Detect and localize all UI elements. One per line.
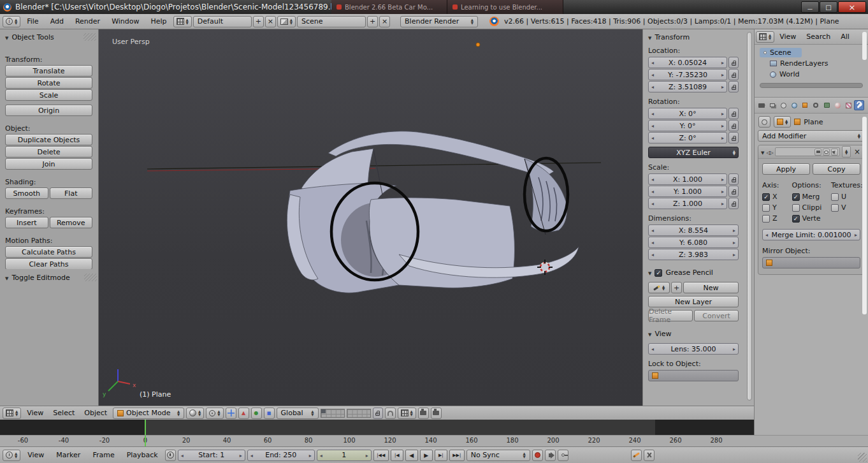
render-visibility-icon[interactable] — [814, 149, 821, 156]
apply-button[interactable]: Apply — [762, 163, 810, 175]
lock-icon[interactable] — [373, 408, 383, 419]
panel-grip[interactable] — [84, 274, 97, 281]
timeline-menu-playback[interactable]: Playback — [122, 451, 163, 459]
tab-object-data-icon[interactable] — [821, 100, 832, 110]
sync-mode-select[interactable]: No Sync — [467, 450, 530, 461]
grease-pencil-checkbox[interactable] — [655, 269, 662, 277]
vertex-groups-checkbox[interactable] — [792, 215, 800, 223]
end-frame-field[interactable]: End: 250 — [247, 450, 315, 461]
smooth-button[interactable]: Smooth — [5, 187, 48, 199]
outliner-menu-view[interactable]: View — [774, 33, 801, 41]
rotation-y-field[interactable]: Y: 0° — [648, 120, 727, 131]
lock-icon[interactable] — [728, 120, 739, 131]
layer-grid[interactable] — [321, 409, 345, 418]
timeline-track[interactable] — [0, 420, 754, 435]
editor-type-button[interactable] — [3, 408, 21, 419]
rotation-x-field[interactable]: X: 0° — [648, 108, 727, 119]
editor-type-button[interactable] — [3, 450, 20, 461]
outliner-item-world[interactable]: World — [755, 69, 868, 80]
rotation-mode-select[interactable]: XYZ Euler — [648, 147, 739, 158]
layer-grid[interactable] — [347, 409, 371, 418]
play-button[interactable] — [420, 450, 433, 461]
rotate-manipulator-button[interactable] — [251, 408, 262, 419]
render-opengl-button[interactable] — [418, 408, 429, 419]
duplicate-objects-button[interactable]: Duplicate Objects — [5, 134, 92, 145]
scene-field[interactable]: Scene — [297, 16, 366, 27]
add-scene-button[interactable] — [367, 16, 378, 27]
dimensions-y-field[interactable]: Y: 6.080 — [648, 237, 739, 248]
region-resize-grip[interactable] — [858, 453, 867, 462]
viewport-menu-object[interactable]: Object — [80, 409, 111, 417]
browser-tab[interactable]: Learning to use Blender... — [447, 0, 563, 14]
axis-y-checkbox[interactable] — [762, 204, 770, 212]
next-keyframe-button[interactable] — [435, 450, 447, 461]
modifier-header[interactable] — [758, 145, 864, 159]
grease-pencil-add-button[interactable] — [671, 282, 682, 293]
auto-keyframe-button[interactable] — [532, 450, 543, 461]
previous-keyframe-button[interactable] — [391, 450, 403, 461]
screen-layout-field[interactable]: Default — [193, 16, 252, 27]
scrollbar[interactable] — [747, 32, 752, 401]
scrollbar[interactable] — [862, 32, 867, 60]
timeline-menu-marker[interactable]: Marker — [51, 451, 85, 459]
minimize-button[interactable] — [801, 1, 819, 13]
tab-constraints-icon[interactable] — [811, 100, 821, 110]
tab-modifiers-icon[interactable] — [854, 100, 864, 110]
copy-button[interactable]: Copy — [813, 163, 860, 175]
start-frame-field[interactable]: Start: 1 — [178, 450, 245, 461]
lock-icon[interactable] — [728, 108, 739, 119]
scale-manipulator-button[interactable] — [264, 408, 275, 419]
scale-button[interactable]: Scale — [5, 89, 92, 101]
outliner-item-scene[interactable]: Scene — [755, 47, 868, 58]
origin-button[interactable]: Origin — [5, 105, 92, 116]
viewport-shading-select[interactable] — [186, 408, 204, 419]
add-screen-button[interactable] — [253, 16, 264, 27]
screen-layout-browse-button[interactable] — [173, 16, 192, 27]
lock-icon[interactable] — [728, 132, 739, 143]
pivot-point-select[interactable] — [206, 408, 223, 419]
current-frame-cursor[interactable] — [145, 420, 146, 435]
maximize-button[interactable] — [820, 1, 837, 13]
toggle-editmode-panel-header[interactable]: Toggle Editmode — [0, 269, 99, 286]
dimensions-x-field[interactable]: X: 8.554 — [648, 224, 739, 236]
grease-pencil-new-button[interactable]: New — [683, 282, 739, 293]
menu-help[interactable]: Help — [146, 17, 172, 26]
viewport-menu-select[interactable]: Select — [49, 409, 78, 417]
lock-icon[interactable] — [728, 186, 739, 197]
timeline-menu-view[interactable]: View — [22, 451, 49, 459]
merge-limit-field[interactable]: Merge Limit: 0.001000 — [762, 229, 860, 240]
texture-v-checkbox[interactable] — [831, 204, 839, 212]
outliner-item-renderlayers[interactable]: RenderLayers — [755, 58, 868, 69]
keying-set-button[interactable] — [558, 450, 568, 461]
lock-icon[interactable] — [728, 69, 739, 80]
clipping-checkbox[interactable] — [792, 204, 800, 212]
timeline-menu-frame[interactable]: Frame — [87, 451, 119, 459]
menu-add[interactable]: Add — [45, 17, 69, 26]
tab-material-icon[interactable] — [832, 100, 843, 110]
menu-window[interactable]: Window — [106, 17, 144, 26]
horizontal-scrollbar[interactable] — [760, 83, 863, 88]
clear-paths-button[interactable]: Clear Paths — [5, 258, 92, 270]
rotation-z-field[interactable]: Z: 0° — [648, 132, 727, 143]
lock-icon[interactable] — [728, 57, 739, 68]
delete-modifier-icon[interactable] — [853, 147, 862, 156]
lock-to-object-field[interactable] — [648, 370, 739, 381]
orientation-select[interactable]: Global — [277, 408, 319, 419]
texture-u-checkbox[interactable] — [831, 193, 839, 201]
lens-field[interactable]: Lens: 35.000 — [648, 343, 739, 355]
flat-button[interactable]: Flat — [50, 187, 93, 199]
outliner-filter-select[interactable]: All — [835, 33, 855, 41]
view-section-header[interactable]: View — [648, 330, 739, 338]
delete-frame-button[interactable]: Delete Frame — [648, 310, 693, 321]
tab-texture-icon[interactable] — [843, 100, 853, 110]
object-browse-button[interactable] — [774, 116, 791, 128]
merge-checkbox[interactable] — [792, 193, 800, 201]
editor-type-button[interactable] — [756, 31, 774, 43]
axis-z-checkbox[interactable] — [762, 215, 770, 223]
scale-y-field[interactable]: Y: 1.000 — [648, 186, 727, 197]
manipulator-toggle-button[interactable] — [226, 408, 236, 419]
tab-world-icon[interactable] — [789, 100, 799, 110]
viewport-visibility-icon[interactable] — [823, 149, 830, 156]
axis-x-checkbox[interactable] — [762, 193, 770, 201]
calculate-paths-button[interactable]: Calculate Paths — [5, 246, 92, 258]
